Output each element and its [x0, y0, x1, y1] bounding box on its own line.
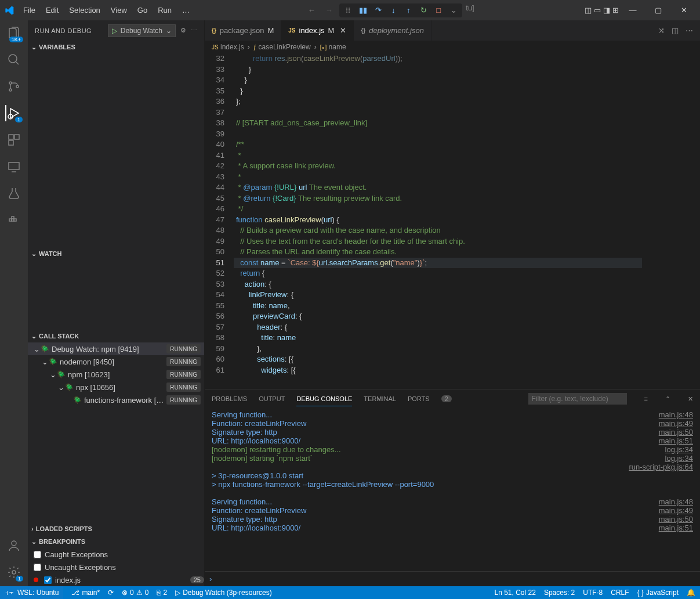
debug-console-output[interactable]: Serving function...main.js:48Function: c…: [205, 408, 700, 571]
git-branch[interactable]: ⎇ main*: [71, 589, 100, 597]
code-line[interactable]: }: [234, 75, 642, 86]
checkbox[interactable]: [44, 576, 52, 584]
console-source-link[interactable]: main.js:50: [652, 515, 693, 524]
debug-repl-input[interactable]: ›: [205, 571, 700, 586]
panel-tab-terminal[interactable]: TERMINAL: [364, 392, 396, 406]
close-button[interactable]: ✕: [672, 2, 695, 19]
compare-icon[interactable]: ⤨: [658, 26, 665, 35]
code-line[interactable]: [234, 107, 642, 118]
nav-forward-icon[interactable]: →: [322, 3, 336, 17]
encoding[interactable]: UTF-8: [583, 589, 603, 597]
breadcrumb-item[interactable]: JS index.js: [212, 43, 244, 51]
problems[interactable]: ⊗ 0 ⚠ 0: [122, 589, 148, 597]
maximize-button[interactable]: ▢: [647, 2, 670, 19]
code-line[interactable]: const name = `Case: ${url.searchParams.g…: [234, 258, 642, 269]
more-icon[interactable]: ⋯: [191, 27, 197, 34]
indent[interactable]: Spaces: 2: [544, 589, 575, 597]
callstack-row[interactable]: ⌄🪲Debug Watch: npm [9419]RUNNING: [28, 342, 204, 355]
code-line[interactable]: // Parses the URL and identify the case …: [234, 247, 642, 258]
tab-package.json[interactable]: {}package.jsonM: [205, 20, 281, 41]
eol[interactable]: CRLF: [611, 589, 629, 597]
code-line[interactable]: /**: [234, 139, 642, 150]
code-line[interactable]: // Builds a preview card with the case n…: [234, 225, 642, 236]
debug-dropdown-icon[interactable]: ⌄: [448, 5, 459, 16]
code-line[interactable]: *: [234, 172, 642, 183]
menu-selection[interactable]: Selection: [64, 3, 104, 17]
code-line[interactable]: }: [234, 86, 642, 97]
layout-customizer-icon[interactable]: ◫: [585, 6, 592, 15]
checkbox[interactable]: [34, 551, 41, 558]
console-source-link[interactable]: main.js:48: [652, 497, 693, 506]
split-editor-icon[interactable]: ◫: [672, 26, 679, 35]
code-line[interactable]: widgets: [{: [234, 365, 642, 376]
language-mode[interactable]: { } JavaScript: [637, 589, 679, 597]
remote-indicator[interactable]: ⫞⫟ WSL: Ubuntu: [0, 586, 63, 599]
bp-uncaught[interactable]: Uncaught Exceptions: [28, 561, 204, 573]
settings-gear-icon[interactable]: 1: [6, 564, 22, 580]
debug-config-select[interactable]: ▷ Debug Watch ⌄: [108, 24, 176, 37]
code-line[interactable]: * A support case link preview.: [234, 161, 642, 172]
code-line[interactable]: linkPreview: {: [234, 290, 642, 301]
more-icon[interactable]: ⋯: [686, 26, 693, 35]
drag-handle-icon[interactable]: ⁞⁞: [343, 5, 353, 16]
minimize-button[interactable]: —: [621, 2, 644, 19]
callstack-row[interactable]: ⌄🪲npx [10656]RUNNING: [28, 381, 204, 394]
code-line[interactable]: };: [234, 96, 642, 107]
search-icon[interactable]: [6, 52, 22, 68]
menu-go[interactable]: Go: [133, 3, 152, 17]
code-line[interactable]: [234, 129, 642, 140]
callstack-row[interactable]: 🪲functions-framework [106…RUNNING: [28, 394, 204, 406]
code-line[interactable]: title: name,: [234, 301, 642, 312]
stop-icon[interactable]: □: [433, 5, 444, 16]
bp-caught[interactable]: Caught Exceptions: [28, 548, 204, 561]
console-source-link[interactable]: main.js:51: [652, 436, 693, 445]
menu-edit[interactable]: Edit: [41, 3, 63, 17]
chevron-up-icon[interactable]: ⌃: [665, 395, 670, 403]
console-source-link[interactable]: main.js:48: [652, 410, 693, 419]
breadcrumb-item[interactable]: ƒ caseLinkPreview: [253, 43, 311, 51]
extensions-icon[interactable]: [6, 132, 22, 148]
console-source-link[interactable]: log.js:34: [658, 454, 693, 463]
step-over-icon[interactable]: ↷: [373, 5, 383, 16]
console-source-link[interactable]: main.js:49: [652, 419, 693, 428]
notifications-icon[interactable]: 🔔: [687, 589, 695, 597]
code-line[interactable]: * @param {!URL} url The event object.: [234, 182, 642, 193]
code-line[interactable]: return res.json(caseLinkPreview(parsedUr…: [234, 53, 642, 64]
breadcrumb-item[interactable]: [∘] name: [320, 43, 346, 51]
section-breakpoints[interactable]: ⌄BREAKPOINTS: [28, 535, 204, 548]
git-sync[interactable]: ⟳: [108, 589, 114, 597]
code-line[interactable]: // Uses the text from the card's header …: [234, 236, 642, 247]
layout-grid-icon[interactable]: ⊞: [612, 6, 619, 15]
checkbox[interactable]: [34, 564, 41, 571]
pause-icon[interactable]: ▮▮: [358, 5, 368, 16]
step-out-icon[interactable]: ↑: [403, 5, 414, 16]
code-line[interactable]: sections: [{: [234, 354, 642, 365]
menu-…[interactable]: …: [177, 3, 194, 17]
tab-deployment.json[interactable]: {}deployment.json: [354, 20, 431, 41]
step-into-icon[interactable]: ↓: [388, 5, 398, 16]
panel-tab-output[interactable]: OUTPUT: [259, 392, 285, 406]
code-line[interactable]: *: [234, 150, 642, 161]
testing-icon[interactable]: [6, 185, 22, 201]
code-line[interactable]: }: [234, 64, 642, 75]
menu-run[interactable]: Run: [153, 3, 176, 17]
remote-explorer-icon[interactable]: [6, 158, 22, 175]
gear-icon[interactable]: ⚙: [180, 27, 186, 34]
code-line[interactable]: action: {: [234, 279, 642, 290]
console-source-link[interactable]: main.js:50: [652, 428, 693, 436]
console-source-link[interactable]: main.js:49: [652, 506, 693, 515]
cursor-position[interactable]: Ln 51, Col 22: [495, 589, 536, 597]
section-callstack[interactable]: ⌄CALL STACK: [28, 330, 204, 342]
code-line[interactable]: function caseLinkPreview(url) {: [234, 215, 642, 226]
section-variables[interactable]: ⌄VARIABLES: [28, 41, 204, 53]
breadcrumbs[interactable]: JS index.js›ƒ caseLinkPreview›[∘] name: [205, 41, 700, 53]
code-editor[interactable]: return res.json(caseLinkPreview(parsedUr…: [234, 53, 642, 389]
console-source-link[interactable]: log.js:34: [658, 445, 693, 454]
section-watch[interactable]: ⌄WATCH: [28, 247, 204, 260]
code-line[interactable]: // [START add_ons_case_preview_link]: [234, 118, 642, 129]
nav-back-icon[interactable]: ←: [304, 3, 318, 17]
code-line[interactable]: */: [234, 204, 642, 215]
panel-tab-ports[interactable]: PORTS: [408, 392, 430, 406]
source-control-icon[interactable]: [6, 78, 22, 95]
panel-tab-debug-console[interactable]: DEBUG CONSOLE: [296, 392, 352, 406]
